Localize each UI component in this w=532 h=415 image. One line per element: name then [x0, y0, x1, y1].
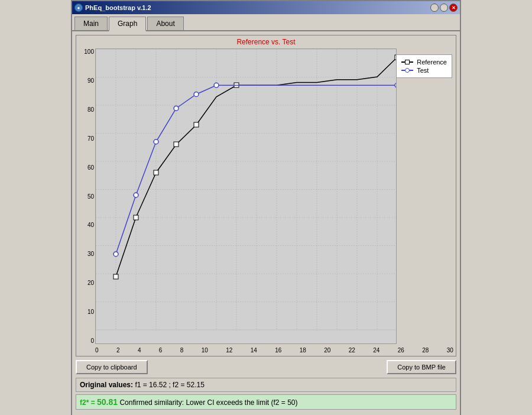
chart-container: 0 10 20 30 40 50 60 70 80 90 100: [79, 48, 453, 346]
legend-test-label: Test: [417, 67, 429, 74]
chart-area: Reference vs. Test 0 10 20 30 40 50 60 7…: [76, 35, 456, 356]
chart-legend: Reference Test: [396, 54, 452, 78]
bottom-buttons: Copy to clipboard Copy to BMP file: [76, 356, 456, 378]
chart-title: Reference vs. Test: [79, 38, 453, 46]
original-values-label: Original values:: [80, 381, 133, 389]
svg-point-39: [214, 83, 219, 87]
app-icon: ●: [74, 4, 83, 12]
legend-reference-label: Reference: [417, 59, 447, 66]
title-bar-left: ● PhEq_bootstrap v.1.2: [74, 4, 151, 12]
tab-graph[interactable]: Graph: [109, 17, 146, 31]
f1-value: 16.52: [149, 381, 167, 389]
f2-value: 52.15: [187, 381, 205, 389]
similarity-message: Confirmed similarity: Lower CI exceeds t…: [119, 398, 297, 407]
test-marker-circle: [405, 68, 410, 73]
svg-point-36: [154, 140, 158, 144]
svg-rect-31: [194, 122, 199, 127]
x-axis-labels: 0 2 4 6 8 10 12 14 16 18 20 22 24 26 28 …: [79, 347, 453, 354]
chart-svg: [95, 48, 397, 344]
reference-line-indicator: [401, 61, 413, 63]
tab-about[interactable]: About: [147, 17, 183, 30]
window-controls: _ □ ✕: [430, 4, 458, 12]
svg-point-40: [395, 83, 397, 87]
f2star-label: f2* =: [80, 398, 95, 407]
tab-main[interactable]: Main: [74, 17, 108, 30]
copy-bmp-button[interactable]: Copy to BMP file: [387, 360, 456, 374]
maximize-button[interactable]: □: [440, 4, 448, 12]
copy-clipboard-button[interactable]: Copy to clipboard: [76, 360, 148, 374]
legend-test: Test: [401, 67, 447, 74]
title-bar: ● PhEq_bootstrap v.1.2 _ □ ✕: [72, 1, 460, 14]
main-window: ● PhEq_bootstrap v.1.2 _ □ ✕ Main Graph …: [71, 0, 461, 415]
y-axis: 0 10 20 30 40 50 60 70 80 90 100: [79, 48, 95, 344]
svg-rect-27: [113, 274, 118, 279]
minimize-button[interactable]: _: [430, 4, 439, 12]
similarity-result-bar: f2* = 50.81 Confirmed similarity: Lower …: [76, 394, 456, 410]
svg-point-37: [174, 106, 179, 111]
svg-rect-28: [134, 215, 138, 220]
svg-point-38: [194, 92, 199, 97]
close-button[interactable]: ✕: [449, 4, 458, 12]
test-line-indicator: [401, 70, 413, 71]
separator: ; f2 =: [168, 381, 186, 389]
window-title: PhEq_bootstrap v.1.2: [85, 4, 151, 11]
svg-rect-29: [154, 170, 158, 175]
reference-line: [116, 57, 397, 277]
f1-label: f1 =: [135, 381, 149, 389]
tab-bar: Main Graph About: [72, 14, 460, 31]
chart-inner: Reference Test: [95, 48, 453, 346]
original-values-bar: Original values: f1 = 16.52 ; f2 = 52.15: [76, 378, 456, 392]
f2star-value: 50.81: [97, 397, 118, 407]
svg-point-35: [134, 193, 138, 197]
main-content: Reference vs. Test 0 10 20 30 40 50 60 7…: [72, 31, 460, 415]
svg-point-34: [113, 252, 118, 257]
legend-reference: Reference: [401, 59, 447, 66]
svg-rect-30: [174, 142, 179, 147]
reference-marker-sq: [405, 60, 410, 64]
